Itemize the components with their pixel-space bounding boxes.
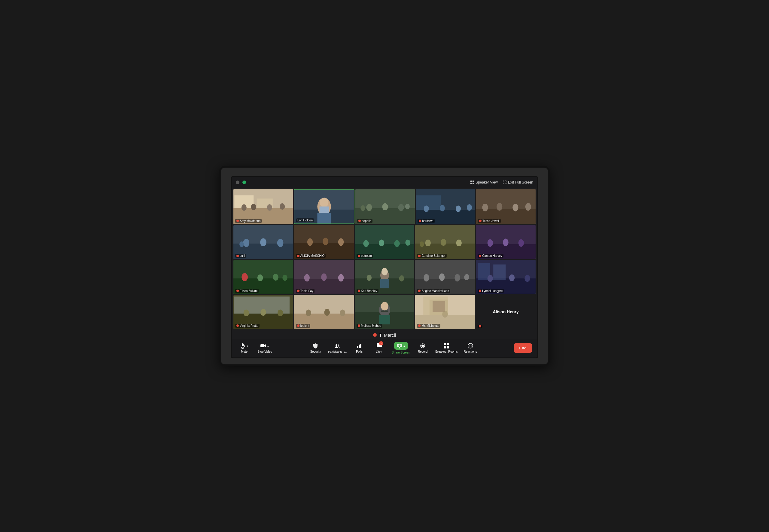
svg-point-42 <box>277 239 284 247</box>
participant-label-amy: Amy Malafarina <box>235 219 262 223</box>
svg-point-86 <box>424 274 430 282</box>
participant-cell-brigitte: Brigitte Massimiliano <box>415 260 475 294</box>
svg-point-36 <box>512 204 518 211</box>
svg-point-112 <box>381 302 388 310</box>
participant-cell-alison: Alison Henry <box>476 295 536 329</box>
svg-point-94 <box>488 275 493 282</box>
svg-point-23 <box>405 204 410 209</box>
record-button[interactable]: Record <box>415 343 430 353</box>
breakout-icon <box>443 343 449 349</box>
participant-label-kati: Kati Bradley <box>357 289 378 293</box>
mute-icon-brigitte <box>418 290 421 292</box>
svg-rect-15 <box>317 213 331 223</box>
participant-cell-elissa: Elissa Zuliani <box>233 260 293 294</box>
svg-point-30 <box>456 205 461 212</box>
svg-point-11 <box>280 203 285 210</box>
participant-label-tessa: Tessa Jewell <box>478 219 501 223</box>
mute-button[interactable]: ▲ Mute <box>237 343 251 353</box>
svg-point-8 <box>242 204 247 211</box>
main-speaker-name: T. Marcil <box>379 333 396 338</box>
toolbar-left: ▲ Mute ▲ Stop Video <box>237 343 272 353</box>
svg-point-48 <box>338 238 344 246</box>
record-icon <box>420 343 426 349</box>
alison-henry-name: Alison Henry <box>493 309 518 314</box>
chat-icon-wrap: 1 <box>376 342 382 349</box>
stop-video-button[interactable]: ▲ Stop Video <box>257 343 272 353</box>
participant-label-virginia: Virginia Riutta <box>235 324 260 328</box>
svg-point-105 <box>305 309 311 316</box>
mute-icon-culli <box>236 255 239 257</box>
participant-cell-bardswa: bardswa <box>416 189 475 224</box>
participant-label-lori: Lori Holden <box>296 218 314 222</box>
mute-icon-alison <box>479 325 481 327</box>
polls-button[interactable]: Polls <box>352 343 366 353</box>
participant-cell-tania: Tania Fay <box>294 260 354 294</box>
svg-point-9 <box>251 204 256 210</box>
participant-label-carson: Carson Harvey <box>478 254 503 258</box>
svg-point-74 <box>304 274 310 282</box>
info-icon <box>236 181 239 184</box>
mute-icon-amy <box>236 220 239 222</box>
chat-button[interactable]: 1 Chat <box>372 342 386 354</box>
participant-cell-tessa: Tessa Jewell <box>476 189 536 224</box>
svg-rect-132 <box>444 343 446 345</box>
exit-fullscreen-btn[interactable]: Exit Full Screen <box>503 180 533 184</box>
top-bar: Speaker View Exit Full Screen <box>232 177 537 188</box>
svg-point-96 <box>524 275 530 282</box>
svg-point-59 <box>456 239 462 246</box>
participants-button[interactable]: Participants 21 <box>328 343 347 353</box>
participant-cell-depolic: depolic <box>355 189 415 224</box>
svg-rect-135 <box>447 346 449 348</box>
mute-icon-petrosm <box>358 255 360 257</box>
svg-rect-1 <box>473 181 474 182</box>
svg-point-34 <box>482 204 488 211</box>
mute-icon-virginia <box>236 324 239 327</box>
participant-label-bardswa: bardswa <box>418 219 435 223</box>
mute-chevron: ▲ <box>246 345 249 347</box>
svg-point-28 <box>424 205 429 212</box>
svg-point-83 <box>399 275 404 282</box>
top-bar-right: Speaker View Exit Full Screen <box>470 180 533 184</box>
svg-point-37 <box>525 203 531 211</box>
participant-cell-lyndsi: Lyndsi Longpre <box>476 260 536 294</box>
svg-point-57 <box>425 239 431 246</box>
participant-cell-kati: Kati Bradley <box>355 260 415 294</box>
mute-icon-depolic <box>358 220 361 222</box>
svg-point-35 <box>497 203 502 211</box>
participant-cell-culli: culli <box>233 225 293 259</box>
speaker-view-btn[interactable]: Speaker View <box>470 180 498 184</box>
participant-cell-leblont: leblont <box>294 295 354 329</box>
svg-point-43 <box>239 242 244 247</box>
breakout-rooms-button[interactable]: Breakout Rooms <box>435 343 457 353</box>
svg-rect-17 <box>320 207 329 213</box>
security-button[interactable]: Security <box>308 343 323 353</box>
svg-rect-93 <box>493 265 506 280</box>
mute-icon-bardswa <box>419 220 421 222</box>
polls-icon <box>356 343 362 349</box>
participant-cell-lori: Lori Holden <box>294 189 354 224</box>
participant-cell-melissa: Melissa Mehes <box>355 295 415 329</box>
mute-icon-caroline <box>418 255 421 257</box>
end-button[interactable]: End <box>514 343 532 353</box>
participant-label-brigitte: Brigitte Massimiliano <box>417 289 450 293</box>
svg-point-47 <box>323 238 328 245</box>
svg-rect-127 <box>359 345 360 348</box>
mute-icon-carson <box>479 255 481 257</box>
participant-label-caroline: Caroline Belanger <box>417 254 447 258</box>
participant-label-alicia: ALICIA MASCHIO <box>296 254 326 258</box>
svg-point-41 <box>260 238 266 246</box>
video-row-4: Virginia Riutta <box>233 295 536 329</box>
svg-point-124 <box>336 344 337 346</box>
svg-rect-128 <box>360 344 361 348</box>
svg-point-81 <box>381 268 388 275</box>
reactions-button[interactable]: Reactions <box>463 343 478 353</box>
screen: Speaker View Exit Full Screen <box>231 176 538 358</box>
svg-rect-120 <box>242 343 244 346</box>
stop-video-icon: ▲ <box>260 343 269 349</box>
svg-point-46 <box>307 238 313 246</box>
svg-point-131 <box>421 345 424 347</box>
participant-cell-michelutti: Mr. Michelutti <box>415 295 475 329</box>
share-screen-button[interactable]: ▲ Share Screen <box>392 342 410 354</box>
participant-label-leblont: leblont <box>296 324 310 328</box>
svg-point-137 <box>469 345 470 345</box>
